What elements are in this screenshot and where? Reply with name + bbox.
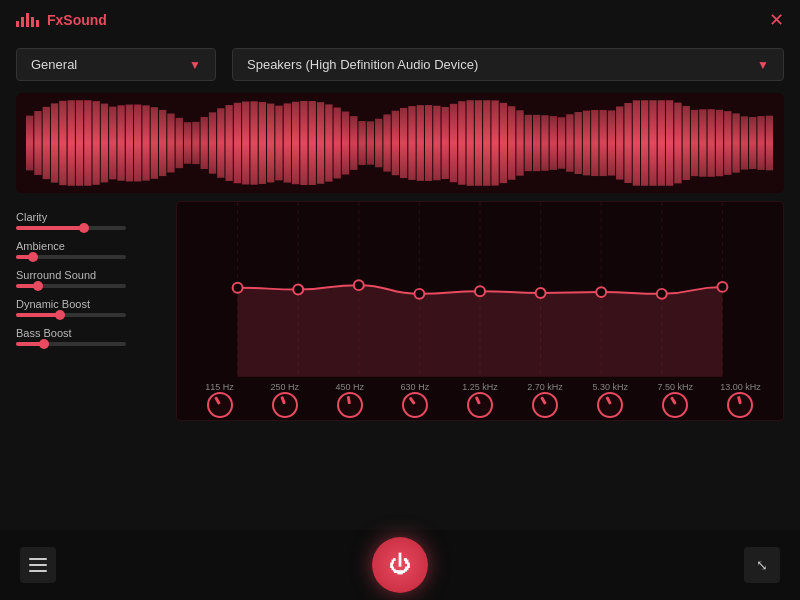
knob-dot-5 [540, 396, 547, 404]
close-button[interactable]: ✕ [769, 9, 784, 31]
knob-dot-6 [605, 396, 611, 404]
eq-knob-8[interactable] [727, 392, 753, 418]
control-label-1: Ambience [16, 240, 176, 252]
slider-thumb-0[interactable] [79, 223, 89, 233]
expand-button[interactable]: ⤡ [744, 547, 780, 583]
effects-panel: ClarityAmbienceSurround SoundDynamic Boo… [16, 201, 176, 421]
slider-row-bass-boost: Bass Boost [16, 327, 176, 346]
preset-arrow: ▼ [189, 58, 201, 72]
knob-dot-4 [475, 396, 481, 405]
eq-knob-1[interactable] [272, 392, 298, 418]
equalizer-panel: 115 Hz250 Hz450 Hz630 Hz1.25 kHz2.70 kHz… [176, 201, 784, 421]
power-icon: ⏻ [389, 552, 411, 578]
eq-freq-label-8: 13.00 kHz [710, 382, 771, 392]
eq-freq-label-4: 1.25 kHz [450, 382, 511, 392]
slider-thumb-2[interactable] [33, 281, 43, 291]
knob-dot-1 [281, 396, 287, 405]
waveform-display [16, 93, 784, 193]
logo-bar-1 [16, 21, 19, 27]
eq-point-7[interactable] [657, 289, 667, 299]
bottom-bar: ⏻ ⤡ [0, 530, 800, 600]
eq-freq-label-0: 115 Hz [189, 382, 250, 392]
app-title: FxSound [47, 12, 107, 28]
menu-button[interactable] [20, 547, 56, 583]
logo-bar-3 [26, 13, 29, 27]
device-dropdown[interactable]: Speakers (High Definition Audio Device) … [232, 48, 784, 81]
eq-point-1[interactable] [293, 285, 303, 295]
slider-thumb-3[interactable] [55, 310, 65, 320]
eq-freq-label-6: 5.30 kHz [580, 382, 641, 392]
eq-freq-label-3: 630 Hz [384, 382, 445, 392]
logo-icon [16, 13, 39, 27]
eq-freq-label-7: 7.50 kHz [645, 382, 706, 392]
knob-dot-8 [737, 396, 742, 405]
slider-thumb-4[interactable] [39, 339, 49, 349]
slider-track-4[interactable] [16, 342, 126, 346]
eq-point-3[interactable] [414, 289, 424, 299]
eq-point-8[interactable] [717, 282, 727, 292]
control-label-0: Clarity [16, 211, 176, 223]
menu-line-1 [29, 558, 47, 560]
app-logo: FxSound [16, 12, 107, 28]
control-label-4: Bass Boost [16, 327, 176, 339]
menu-line-2 [29, 564, 47, 566]
eq-knob-0[interactable] [207, 392, 233, 418]
knob-dot-7 [670, 396, 677, 404]
slider-track-2[interactable] [16, 284, 126, 288]
eq-knob-3[interactable] [402, 392, 428, 418]
slider-track-3[interactable] [16, 313, 126, 317]
slider-fill-0 [16, 226, 84, 230]
eq-fill-area [238, 285, 723, 377]
preset-value: General [31, 57, 77, 72]
eq-svg [177, 202, 783, 377]
menu-line-3 [29, 570, 47, 572]
eq-freq-label-2: 450 Hz [319, 382, 380, 392]
eq-freq-label-5: 2.70 kHz [515, 382, 576, 392]
knob-dot-3 [409, 397, 416, 405]
eq-point-5[interactable] [536, 288, 546, 298]
slider-track-0[interactable] [16, 226, 126, 230]
slider-fill-3 [16, 313, 60, 317]
logo-bar-4 [31, 17, 34, 27]
control-label-2: Surround Sound [16, 269, 176, 281]
eq-point-2[interactable] [354, 280, 364, 290]
titlebar: FxSound ✕ [0, 0, 800, 40]
control-label-3: Dynamic Boost [16, 298, 176, 310]
eq-point-0[interactable] [233, 283, 243, 293]
eq-knobs [177, 392, 783, 418]
slider-row-surround-sound: Surround Sound [16, 269, 176, 288]
device-value: Speakers (High Definition Audio Device) [247, 57, 478, 72]
slider-track-1[interactable] [16, 255, 126, 259]
knob-dot-2 [347, 396, 351, 404]
expand-icon: ⤡ [756, 557, 768, 573]
slider-row-clarity: Clarity [16, 211, 176, 230]
eq-labels: 115 Hz250 Hz450 Hz630 Hz1.25 kHz2.70 kHz… [177, 382, 783, 392]
slider-row-ambience: Ambience [16, 240, 176, 259]
eq-point-4[interactable] [475, 286, 485, 296]
eq-point-6[interactable] [596, 287, 606, 297]
waveform-canvas [16, 93, 784, 193]
device-arrow: ▼ [757, 58, 769, 72]
eq-knob-7[interactable] [662, 392, 688, 418]
knob-dot-0 [214, 396, 221, 404]
eq-freq-label-1: 250 Hz [254, 382, 315, 392]
eq-knob-5[interactable] [532, 392, 558, 418]
slider-thumb-1[interactable] [28, 252, 38, 262]
eq-knob-6[interactable] [597, 392, 623, 418]
eq-knob-4[interactable] [467, 392, 493, 418]
logo-bar-5 [36, 20, 39, 27]
logo-bar-2 [21, 17, 24, 27]
main-content: ClarityAmbienceSurround SoundDynamic Boo… [16, 201, 784, 421]
power-button[interactable]: ⏻ [372, 537, 428, 593]
dropdowns-row: General ▼ Speakers (High Definition Audi… [0, 40, 800, 89]
slider-row-dynamic-boost: Dynamic Boost [16, 298, 176, 317]
preset-dropdown[interactable]: General ▼ [16, 48, 216, 81]
eq-knob-2[interactable] [337, 392, 363, 418]
